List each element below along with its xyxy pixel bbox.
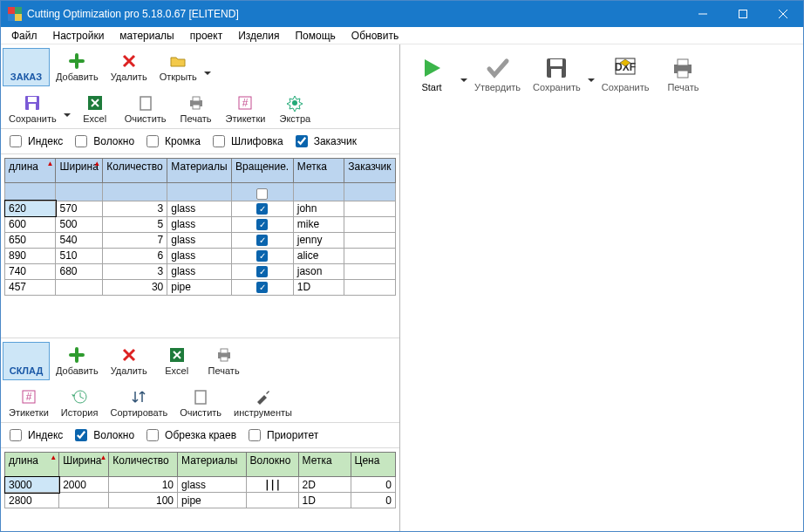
table-row[interactable]: 3000200010glass|||2D0: [5, 477, 396, 493]
cell-customer[interactable]: [344, 263, 396, 279]
menu-settings[interactable]: Настройки: [46, 28, 112, 44]
stock-col-qty[interactable]: Количество: [109, 453, 178, 477]
order-add-button[interactable]: Добавить: [50, 48, 105, 86]
cell-material[interactable]: glass: [167, 216, 232, 232]
order-col-customer[interactable]: Заказчик: [344, 159, 396, 183]
cell-qty[interactable]: 6: [103, 248, 167, 263]
cell-label[interactable]: 2D: [298, 477, 351, 493]
right-save-button[interactable]: Сохранить: [527, 51, 587, 97]
order-filter-polish[interactable]: Шлифовка: [209, 133, 283, 150]
table-row[interactable]: 6505407glassjenny: [5, 232, 396, 248]
cell-width[interactable]: [59, 493, 109, 508]
maximize-button[interactable]: [723, 1, 763, 27]
cell-customer[interactable]: [344, 232, 396, 248]
cell-length[interactable]: 620: [5, 201, 56, 216]
cell-qty[interactable]: 3: [103, 201, 167, 216]
stock-col-fiber[interactable]: Волокно: [246, 453, 298, 477]
right-save-dropdown[interactable]: [587, 51, 596, 97]
cell-rotate[interactable]: [232, 279, 294, 295]
cell-width[interactable]: 570: [56, 201, 103, 216]
cell-material[interactable]: glass: [167, 232, 232, 248]
stock-delete-button[interactable]: Удалить: [105, 342, 153, 380]
order-table[interactable]: длина▲ Ширина▲ Количество Материалы Вращ…: [4, 158, 396, 296]
order-col-width[interactable]: Ширина▲: [56, 159, 103, 183]
cell-qty[interactable]: 3: [103, 263, 167, 279]
cell-width[interactable]: 500: [56, 216, 103, 232]
stock-col-label[interactable]: Метка: [298, 453, 351, 477]
stock-col-width[interactable]: Ширина▲: [59, 453, 109, 477]
table-row[interactable]: 45730pipe1D: [5, 279, 396, 295]
cell-customer[interactable]: [344, 216, 396, 232]
menu-help[interactable]: Помощь: [288, 28, 342, 44]
dxf-save-button[interactable]: DXF Сохранить: [596, 51, 656, 97]
order-excel-button[interactable]: Excel: [72, 90, 119, 128]
close-button[interactable]: [763, 1, 803, 27]
cell-width[interactable]: 540: [56, 232, 103, 248]
stock-col-length[interactable]: длина▲: [5, 453, 59, 477]
cell-rotate[interactable]: [232, 263, 294, 279]
cell-fiber[interactable]: [246, 493, 298, 508]
menu-products[interactable]: Изделия: [231, 28, 286, 44]
cell-fiber[interactable]: |||: [246, 477, 298, 493]
order-filter-edge[interactable]: Кромка: [143, 133, 201, 150]
table-row[interactable]: 6005005glassmike: [5, 216, 396, 232]
cell-material[interactable]: pipe: [167, 279, 232, 295]
order-extra-button[interactable]: Экстра: [271, 90, 318, 128]
cell-price[interactable]: 0: [351, 477, 395, 493]
cell-rotate[interactable]: [232, 232, 294, 248]
menu-materials[interactable]: материалы: [112, 28, 181, 44]
cell-width[interactable]: 680: [56, 263, 103, 279]
minimize-button[interactable]: [683, 1, 723, 27]
stock-filter-fiber[interactable]: Волокно: [72, 426, 134, 444]
cell-length[interactable]: 3000: [5, 477, 59, 493]
cell-customer[interactable]: [344, 279, 396, 295]
stock-sort-button[interactable]: Сортировать: [104, 384, 174, 422]
stock-excel-button[interactable]: Excel: [153, 342, 201, 380]
cell-label[interactable]: 1D: [298, 493, 351, 508]
cell-price[interactable]: 0: [351, 493, 395, 508]
order-rotate-master-checkbox[interactable]: [232, 183, 294, 201]
cell-length[interactable]: 457: [5, 279, 56, 295]
table-row[interactable]: 2800100pipe1D0: [5, 493, 396, 508]
cell-material[interactable]: glass: [167, 263, 232, 279]
cell-material[interactable]: glass: [167, 201, 232, 216]
start-dropdown[interactable]: [460, 51, 468, 97]
cell-width[interactable]: 2000: [59, 477, 109, 493]
cell-rotate[interactable]: [232, 201, 294, 216]
order-save-dropdown[interactable]: [63, 90, 72, 128]
cell-label[interactable]: alice: [293, 248, 344, 263]
stock-filter-index[interactable]: Индекс: [6, 426, 63, 444]
cell-customer[interactable]: [344, 248, 396, 263]
table-row[interactable]: 8905106glassalice: [5, 248, 396, 263]
order-filter-index[interactable]: Индекс: [6, 133, 63, 150]
order-clear-button[interactable]: Очистить: [119, 90, 173, 128]
order-open-dropdown[interactable]: [203, 48, 212, 86]
order-col-material[interactable]: Материалы: [167, 159, 232, 183]
order-filter-fiber[interactable]: Волокно: [72, 133, 134, 150]
order-save-button[interactable]: Сохранить: [3, 90, 63, 128]
stock-history-button[interactable]: История: [55, 384, 105, 422]
cell-qty[interactable]: 7: [103, 232, 167, 248]
cell-length[interactable]: 890: [5, 248, 56, 263]
stock-table[interactable]: длина▲ Ширина▲ Количество Материалы Воло…: [4, 452, 396, 508]
cell-width[interactable]: [56, 279, 103, 295]
cell-label[interactable]: jenny: [293, 232, 344, 248]
stock-col-price[interactable]: Цена: [351, 453, 395, 477]
menu-file[interactable]: Файл: [4, 28, 44, 44]
order-delete-button[interactable]: Удалить: [105, 48, 153, 86]
stock-clear-button[interactable]: Очистить: [174, 384, 228, 422]
cell-qty[interactable]: 10: [109, 477, 178, 493]
order-col-length[interactable]: длина▲: [5, 159, 56, 183]
order-col-label[interactable]: Метка: [293, 159, 344, 183]
menu-project[interactable]: проект: [183, 28, 229, 44]
approve-button[interactable]: Утвердить: [468, 51, 527, 97]
stock-tab-button[interactable]: СКЛАД: [3, 342, 50, 380]
order-col-rotate[interactable]: Вращение.: [232, 159, 294, 183]
cell-material[interactable]: pipe: [178, 493, 247, 508]
stock-filter-trim[interactable]: Обрезка краев: [143, 426, 236, 444]
cell-rotate[interactable]: [232, 216, 294, 232]
start-button[interactable]: Start: [404, 51, 460, 97]
cell-qty[interactable]: 5: [103, 216, 167, 232]
cell-material[interactable]: glass: [178, 477, 247, 493]
stock-col-material[interactable]: Материалы: [178, 453, 247, 477]
